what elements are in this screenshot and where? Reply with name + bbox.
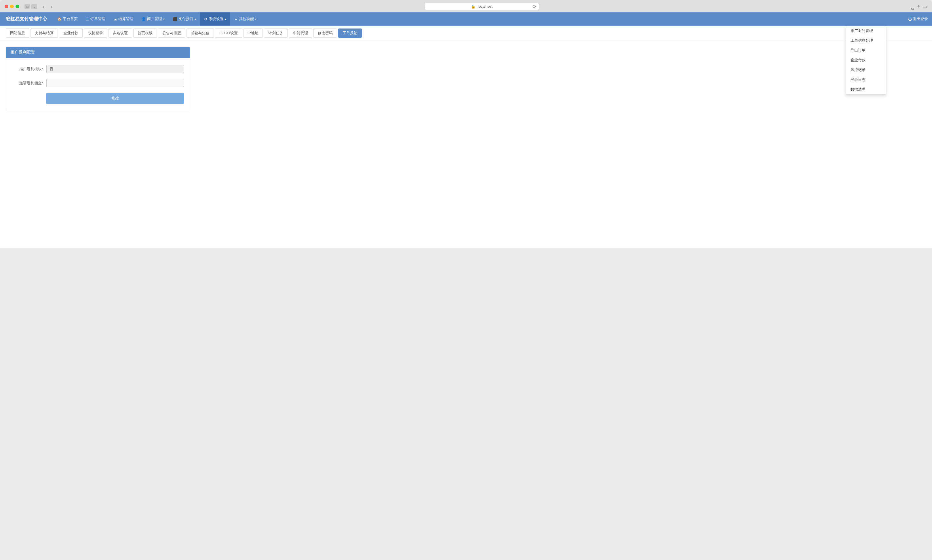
main-content: 推广返利配置 推广返利模块: 邀请返利佣金: 修改 (0, 41, 932, 117)
rebate-module-label: 推广返利模块: (12, 66, 46, 72)
page-content: 彩虹易支付管理中心 🏠 平台首页 ☰ 订单管理 ☁ 结算管理 👤 商户管理 ▾ … (0, 12, 932, 248)
sub-nav-logo-settings[interactable]: LOGO设置 (215, 28, 242, 38)
merchant-icon: 👤 (141, 17, 146, 21)
sub-nav: 网站信息 支付与结算 企业付款 快捷登录 实名认证 首页模板 公告与排版 邮箱与… (0, 26, 932, 41)
home-icon: 🏠 (57, 17, 62, 21)
sub-nav-scheduled-tasks[interactable]: 计划任务 (264, 28, 288, 38)
window-mode[interactable]: ⌄ (31, 4, 37, 9)
sub-nav-enterprise-pay[interactable]: 企业付款 (59, 28, 83, 38)
nav-item-merchant[interactable]: 👤 商户管理 ▾ (137, 12, 169, 26)
invite-commission-label: 邀请返利佣金: (12, 81, 46, 86)
sub-nav-announcement[interactable]: 公告与排版 (158, 28, 185, 38)
sub-nav-feedback[interactable]: 工单反馈 (338, 28, 362, 38)
nav-item-other[interactable]: ★ 其他功能 ▾ (230, 12, 260, 26)
dropdown-item-login-log[interactable]: 登录日志 (846, 75, 886, 85)
address-bar[interactable]: 🔒 localhost ⟳ (424, 3, 540, 10)
sub-nav-transfer-proxy[interactable]: 中转代理 (289, 28, 312, 38)
dropdown-item-enterprise-payment[interactable]: 企业付款 (846, 55, 886, 65)
nav-label-settlement: 结算管理 (118, 16, 133, 22)
traffic-light-maximize[interactable] (15, 5, 19, 8)
nav-label-logout: 退出登录 (913, 16, 928, 22)
traffic-light-close[interactable] (5, 5, 8, 8)
dropdown-item-rebate-mgmt[interactable]: 推广返利管理 (846, 26, 886, 36)
nav-item-settings[interactable]: ⚙ 系统设置 ▾ (200, 12, 230, 26)
nav-label-other: 其他功能 (239, 16, 254, 22)
payment-dropdown-arrow: ▾ (195, 18, 196, 21)
orders-icon: ☰ (86, 17, 89, 21)
reload-button[interactable]: ⟳ (532, 4, 536, 9)
sub-nav-email-sms[interactable]: 邮箱与短信 (186, 28, 214, 38)
new-tab-button[interactable]: + (917, 3, 920, 10)
nav-label-payment: 支付接口 (178, 16, 194, 22)
nav-item-settlement[interactable]: ☁ 结算管理 (109, 12, 137, 26)
other-functions-dropdown: 推广返利管理 工单信息处理 导出订单 企业付款 风控记录 登录日志 数据清理 (846, 26, 886, 95)
payment-icon: ⬛ (173, 17, 177, 21)
browser-chrome: □ ⌄ ‹ › 🔒 localhost ⟳ ⍽ + ▭ (0, 0, 932, 12)
merchant-dropdown-arrow: ▾ (163, 18, 165, 21)
sub-nav-home-template[interactable]: 首页模板 (133, 28, 157, 38)
panel-header: 推广返利配置 (6, 47, 190, 58)
dropdown-item-risk-control[interactable]: 风控记录 (846, 65, 886, 75)
dropdown-item-data-cleanup[interactable]: 数据清理 (846, 85, 886, 94)
nav-item-logout[interactable]: ⏻ 退出登录 (904, 12, 932, 26)
brand-title: 彩虹易支付管理中心 (0, 16, 53, 22)
navbar: 彩虹易支付管理中心 🏠 平台首页 ☰ 订单管理 ☁ 结算管理 👤 商户管理 ▾ … (0, 12, 932, 26)
sub-nav-quick-login[interactable]: 快捷登录 (84, 28, 108, 38)
sub-nav-payment-settlement[interactable]: 支付与结算 (31, 28, 58, 38)
nav-item-payment[interactable]: ⬛ 支付接口 ▾ (169, 12, 200, 26)
nav-item-orders[interactable]: ☰ 订单管理 (82, 12, 109, 26)
browser-toolbar: □ ⌄ ‹ › 🔒 localhost ⟳ ⍽ + ▭ (5, 3, 927, 10)
invite-commission-group: 邀请返利佣金: (12, 79, 184, 87)
url-display[interactable]: localhost (478, 4, 492, 9)
settings-icon: ⚙ (204, 17, 208, 21)
sub-nav-real-name[interactable]: 实名认证 (109, 28, 132, 38)
back-button[interactable]: ‹ (40, 3, 47, 10)
settings-dropdown-arrow: ▾ (225, 18, 226, 21)
nav-label-orders: 订单管理 (91, 16, 105, 22)
window-controls: □ ⌄ (25, 4, 37, 9)
rebate-module-group: 推广返利模块: (12, 65, 184, 73)
sub-nav-ip-address[interactable]: IP地址 (243, 28, 263, 38)
tabs-overview-button[interactable]: ▭ (923, 3, 927, 10)
nav-label-merchant: 商户管理 (147, 16, 162, 22)
nav-label-settings: 系统设置 (209, 16, 224, 22)
dropdown-item-ticket-processing[interactable]: 工单信息处理 (846, 36, 886, 45)
panel: 推广返利配置 推广返利模块: 邀请返利佣金: 修改 (6, 47, 190, 111)
sidebar-toggle[interactable]: □ (25, 4, 30, 9)
browser-actions: ⍽ + ▭ (911, 3, 927, 10)
sub-nav-website-info[interactable]: 网站信息 (6, 28, 29, 38)
panel-body: 推广返利模块: 邀请返利佣金: 修改 (6, 58, 190, 111)
logout-icon: ⏻ (908, 17, 912, 21)
dropdown-item-export-orders[interactable]: 导出订单 (846, 45, 886, 55)
settlement-icon: ☁ (114, 17, 117, 21)
invite-commission-input[interactable] (46, 79, 184, 87)
nav-label-home: 平台首页 (63, 16, 78, 22)
browser-nav-buttons: ‹ › (40, 3, 55, 10)
security-icon: 🔒 (471, 4, 475, 9)
share-button[interactable]: ⍽ (911, 3, 915, 10)
nav-item-home[interactable]: 🏠 平台首页 (53, 12, 82, 26)
other-icon: ★ (234, 17, 238, 21)
navbar-nav: 🏠 平台首页 ☰ 订单管理 ☁ 结算管理 👤 商户管理 ▾ ⬛ 支付接口 ▾ (53, 12, 932, 26)
forward-button[interactable]: › (48, 3, 55, 10)
traffic-light-minimize[interactable] (10, 5, 14, 8)
other-dropdown-arrow: ▾ (255, 18, 257, 21)
traffic-lights (5, 5, 19, 8)
sub-nav-change-password[interactable]: 修改密码 (314, 28, 337, 38)
rebate-module-input[interactable] (46, 65, 184, 73)
submit-button[interactable]: 修改 (46, 93, 184, 104)
